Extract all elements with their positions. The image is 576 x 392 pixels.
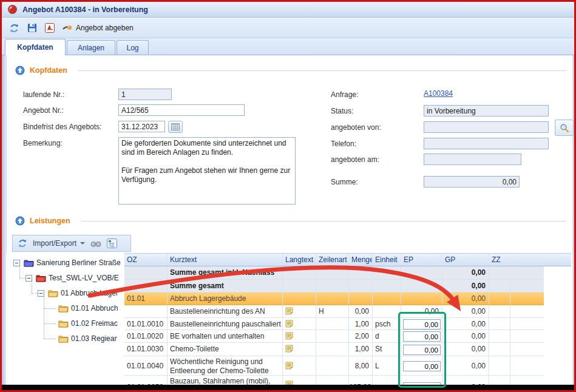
anfrage-label: Anfrage: (331, 90, 358, 99)
col-kurztext[interactable]: Kurztext (168, 254, 283, 266)
langtext-note-icon[interactable] (285, 345, 293, 353)
tree-expander[interactable] (38, 290, 44, 297)
bemerkung-label: Bemerkung: (23, 139, 63, 147)
table-row-sum-gesamt: Summe gesamt 0,00 (124, 280, 544, 292)
angeboten-am-input[interactable] (424, 154, 521, 165)
binoculars-icon[interactable] (90, 240, 101, 248)
langtext-note-icon[interactable] (285, 362, 293, 370)
collapse-up-icon[interactable] (15, 66, 25, 75)
refresh-icon[interactable] (18, 238, 27, 248)
import-export-label: Import/Export (33, 239, 76, 248)
ep-input[interactable] (403, 345, 441, 355)
folder-icon (48, 289, 58, 297)
ep-input[interactable] (403, 331, 441, 342)
leistungen-toolbar: Import/Export (12, 235, 131, 252)
tree-node-0103[interactable]: 01.03 Regiear (58, 333, 117, 345)
grid-header: OZ Kurztext Langtext Zeilenart Menge Ein… (124, 253, 571, 266)
window-title: Angebot A100384 - in Vorbereitung (22, 5, 148, 14)
magnifier-icon (560, 123, 569, 133)
col-oz[interactable]: OZ (124, 254, 168, 266)
positions-grid: OZ Kurztext Langtext Zeilenart Menge Ein… (124, 253, 571, 385)
table-row-sum-nachlass: Summe gesamt inkl. Nachlass 0,00 (124, 266, 544, 280)
langtext-note-icon[interactable] (285, 380, 293, 385)
bottom-letterbox (2, 385, 574, 390)
table-row-hinweis[interactable]: Baustelleneinrichtung des AN H 0,00 0,00… (124, 305, 544, 318)
col-einheit[interactable]: Einheit (373, 254, 401, 266)
table-row-0050[interactable]: 01.01.0050 Bauzaun, Stahlrahmen (mobil),… (124, 376, 544, 385)
tab-kopfdaten[interactable]: Kopfdaten (5, 39, 66, 55)
submit-offer-button[interactable]: Angebot abgeben (63, 24, 134, 32)
col-gp[interactable]: GP (442, 254, 489, 266)
leistungen-section-title: Leistungen (30, 217, 70, 225)
laufende-nr-label: laufende Nr.: (23, 90, 64, 99)
ep-input[interactable] (403, 361, 441, 371)
window-right-edge (572, 55, 574, 385)
status-label: Status: (331, 107, 353, 115)
langtext-note-icon[interactable] (285, 320, 293, 328)
folder-icon (24, 259, 34, 267)
app-logo-icon (7, 4, 18, 15)
leistungen-section-header: Leistungen (15, 216, 566, 226)
kopfdaten-section-header: Kopfdaten (15, 66, 566, 75)
submit-offer-label: Angebot abgeben (76, 24, 134, 32)
summe-input[interactable] (424, 176, 520, 188)
anfrage-link[interactable]: A100384 (424, 89, 453, 98)
tree-node-0101[interactable]: 01.01 Abbruch (58, 302, 118, 314)
tab-anlagen[interactable]: Anlagen (67, 40, 115, 55)
angebot-nr-input[interactable] (118, 104, 245, 116)
search-contact-button[interactable] (555, 120, 574, 136)
col-ep[interactable]: EP (401, 254, 442, 266)
tree-node-0102[interactable]: 01.02 Freimac (58, 317, 118, 329)
angebot-nr-label: Angebot Nr.: (23, 106, 64, 115)
folder-icon (36, 274, 46, 282)
pdf-icon[interactable] (45, 23, 55, 33)
status-input[interactable] (424, 105, 549, 117)
table-row-0020[interactable]: 01.01.0020 BE vorhalten und unterhalten … (124, 330, 544, 343)
import-export-button[interactable]: Import/Export (33, 239, 85, 248)
title-bar: Angebot A100384 - in Vorbereitung (2, 2, 574, 18)
folder-icon (58, 304, 69, 313)
app-window: Angebot A100384 - in Vorbereitung (2, 2, 574, 385)
tree-node-01[interactable]: 01 Abbruch Lager (48, 287, 118, 299)
tab-log[interactable]: Log (117, 40, 149, 55)
table-row-0030[interactable]: 01.01.0030 Chemo-Toilette 1,00 St 0,00 (124, 343, 544, 356)
collapse-up-icon[interactable] (15, 216, 25, 226)
folder-icon (58, 334, 69, 343)
angeboten-von-input[interactable] (424, 121, 549, 133)
col-zeilenart[interactable]: Zeilenart (316, 254, 349, 266)
screenshot-frame: Angebot A100384 - in Vorbereitung (0, 0, 576, 392)
ep-input[interactable] (403, 319, 441, 329)
grid-body: Summe gesamt inkl. Nachlass 0,00 Summe g… (124, 266, 544, 385)
calendar-icon (171, 123, 180, 130)
save-icon[interactable] (27, 23, 37, 33)
langtext-note-icon[interactable] (285, 307, 293, 315)
calendar-button[interactable] (168, 121, 183, 133)
bindefrist-input[interactable] (118, 121, 165, 132)
bindefrist-label: Bindefrist des Angebots: (23, 123, 101, 131)
laufende-nr-input[interactable] (118, 89, 172, 100)
tree-node-project[interactable]: Sanierung Berliner Straße (24, 257, 121, 269)
tree-view-icon[interactable] (107, 238, 117, 248)
langtext-note-icon[interactable] (285, 332, 293, 340)
kopfdaten-section-title: Kopfdaten (30, 66, 67, 75)
bemerkung-textarea[interactable]: Die geforderten Dokumente sind unterzeic… (118, 137, 296, 204)
table-row-0040[interactable]: 01.01.0040 Wöchentliche Reinigung undEnt… (124, 356, 544, 376)
summe-label: Summe: (331, 178, 358, 186)
main-toolbar: Angebot abgeben (2, 18, 574, 38)
tree-expander[interactable] (13, 260, 20, 266)
table-row-0010[interactable]: 01.01.0010 Baustelleneinrichtung pauscha… (124, 318, 544, 330)
col-langtext[interactable]: Langtext (283, 254, 316, 266)
submit-icon (63, 24, 72, 32)
tree-expander[interactable] (25, 275, 32, 282)
table-row-group-0101[interactable]: 01.01 Abbruch Lagergebäude 0,00 (124, 292, 544, 305)
folder-icon (58, 319, 69, 328)
telefon-label: Telefon: (331, 140, 356, 148)
angeboten-von-label: angeboten von: (331, 123, 381, 132)
col-menge[interactable]: Menge (349, 254, 373, 266)
col-zz[interactable]: ZZ (489, 254, 510, 266)
tree-node-lv[interactable]: Test_SWL-LV_VOB/E (36, 272, 119, 284)
chevron-down-icon (80, 242, 85, 245)
angeboten-am-label: angeboten am: (331, 155, 379, 164)
refresh-icon[interactable] (9, 23, 19, 33)
telefon-input[interactable] (424, 138, 549, 149)
